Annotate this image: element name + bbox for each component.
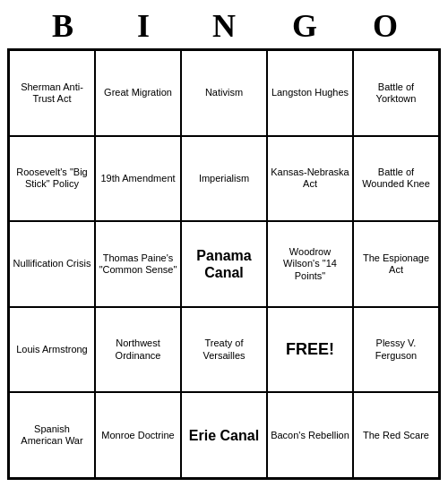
bingo-cell-19: Plessy V. Ferguson xyxy=(353,307,439,393)
bingo-cell-16: Northwest Ordinance xyxy=(95,307,181,393)
bingo-cell-13: Woodrow Wilson's "14 Points" xyxy=(267,221,353,307)
bingo-letter-i: I xyxy=(103,7,184,45)
bingo-cell-5: Roosevelt's "Big Stick" Policy xyxy=(9,136,95,222)
bingo-cell-14: The Espionage Act xyxy=(353,221,439,307)
bingo-cell-3: Langston Hughes xyxy=(267,50,353,136)
bingo-cell-24: The Red Scare xyxy=(353,392,439,478)
bingo-cell-8: Kansas-Nebraska Act xyxy=(267,136,353,222)
bingo-cell-7: Imperialism xyxy=(181,136,267,222)
bingo-cell-12: Panama Canal xyxy=(181,221,267,307)
bingo-cell-17: Treaty of Versailles xyxy=(181,307,267,393)
bingo-grid: Sherman Anti-Trust ActGreat MigrationNat… xyxy=(7,48,441,480)
bingo-cell-22: Erie Canal xyxy=(181,392,267,478)
bingo-cell-15: Louis Armstrong xyxy=(9,307,95,393)
bingo-cell-10: Nullification Crisis xyxy=(9,221,95,307)
bingo-cell-23: Bacon's Rebellion xyxy=(267,392,353,478)
bingo-cell-6: 19th Amendment xyxy=(95,136,181,222)
bingo-letter-b: B xyxy=(22,7,103,45)
bingo-cell-21: Monroe Doctrine xyxy=(95,392,181,478)
bingo-cell-11: Thomas Paine's "Common Sense" xyxy=(95,221,181,307)
bingo-letter-g: G xyxy=(264,7,345,45)
bingo-letter-n: N xyxy=(184,7,264,45)
bingo-cell-1: Great Migration xyxy=(95,50,181,136)
bingo-letter-o: O xyxy=(345,7,426,45)
bingo-cell-4: Battle of Yorktown xyxy=(353,50,439,136)
bingo-header: BINGO xyxy=(7,7,441,45)
bingo-cell-2: Nativism xyxy=(181,50,267,136)
bingo-cell-9: Battle of Wounded Knee xyxy=(353,136,439,222)
bingo-cell-0: Sherman Anti-Trust Act xyxy=(9,50,95,136)
free-space: FREE! xyxy=(267,307,353,393)
bingo-cell-20: Spanish American War xyxy=(9,392,95,478)
